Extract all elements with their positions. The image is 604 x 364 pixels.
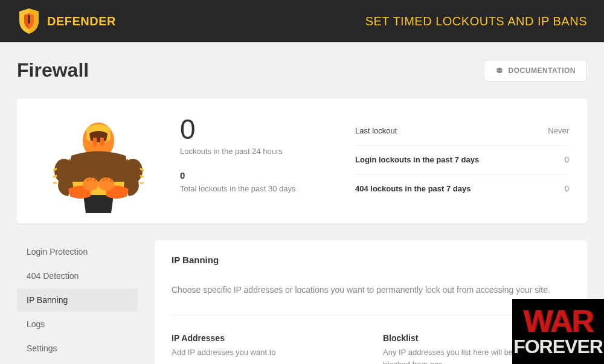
nav-item-ip-banning[interactable]: IP Banning [17, 289, 138, 311]
stat-key: Last lockout [355, 126, 397, 135]
lockouts-24h-label: Lockouts in the past 24 hours [180, 147, 337, 156]
brand-name: DEFENDER [47, 14, 116, 28]
overlay-line1: WAR [523, 307, 593, 336]
col-title: IP Addresses [172, 333, 359, 343]
stat-row-last-lockout: Last lockout Never [355, 117, 569, 145]
overlay-line2: FOREVER [513, 338, 603, 356]
stat-row-404-lockouts: 404 lockouts in the past 7 days 0 [355, 174, 569, 203]
documentation-button[interactable]: DOCUMENTATION [484, 60, 587, 81]
stat-value: 0 [565, 155, 569, 164]
panel-title: IP Banning [172, 255, 570, 265]
tagline: SET TIMED LOCKOUTS AND IP BANS [365, 14, 587, 28]
side-nav: Login Protection 404 Detection IP Bannin… [17, 240, 138, 364]
top-bar: DEFENDER SET TIMED LOCKOUTS AND IP BANS [0, 0, 604, 42]
svg-rect-2 [93, 138, 97, 146]
brand: DEFENDER [17, 7, 116, 35]
page-header: Firewall DOCUMENTATION [17, 59, 587, 81]
col-desc: Add IP addresses you want to [172, 346, 359, 359]
stat-value: 0 [565, 184, 569, 193]
lockouts-30d-value: 0 [180, 170, 337, 180]
lockouts-24h-value: 0 [180, 115, 337, 143]
stats-right: Last lockout Never Login lockouts in the… [355, 110, 569, 216]
stats-left: 0 Lockouts in the past 24 hours 0 Total … [180, 110, 337, 216]
shield-icon [17, 7, 41, 35]
stat-row-login-lockouts: Login lockouts in the past 7 days 0 [355, 145, 569, 174]
nav-item-settings[interactable]: Settings [17, 337, 138, 360]
lockouts-30d-label: Total lockouts in the past 30 days [180, 184, 337, 193]
page-title: Firewall [17, 59, 89, 81]
academic-cap-icon [495, 66, 504, 75]
stat-key: 404 lockouts in the past 7 days [355, 184, 471, 193]
nav-item-login-protection[interactable]: Login Protection [17, 240, 138, 263]
stat-value: Never [548, 126, 569, 135]
stat-key: Login lockouts in the past 7 days [355, 155, 479, 164]
overlay-watermark: WAR FOREVER [512, 299, 604, 364]
nav-item-logs[interactable]: Logs [17, 313, 138, 336]
col-ip-addresses: IP Addresses Add IP addresses you want t… [172, 333, 359, 364]
nav-item-404-detection[interactable]: 404 Detection [17, 264, 138, 287]
svg-rect-3 [100, 138, 104, 146]
stats-card: 0 Lockouts in the past 24 hours 0 Total … [17, 98, 587, 223]
svg-point-4 [54, 159, 74, 183]
documentation-label: DOCUMENTATION [509, 66, 576, 75]
svg-point-5 [123, 159, 143, 183]
mascot-illustration [35, 110, 162, 216]
panel-description: Choose specific IP addresses or location… [172, 283, 570, 315]
svg-rect-0 [28, 15, 30, 24]
